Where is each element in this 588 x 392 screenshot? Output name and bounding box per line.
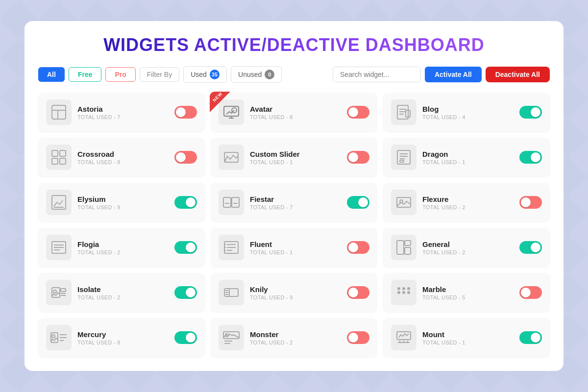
widget-info: Mercury TOTAL USED - 8 bbox=[77, 330, 169, 345]
widget-toggle[interactable] bbox=[519, 331, 542, 344]
svg-point-55 bbox=[403, 292, 405, 294]
widget-toggle[interactable] bbox=[347, 106, 369, 119]
pro-button[interactable]: Pro bbox=[105, 67, 135, 82]
widget-icon bbox=[391, 325, 416, 350]
widget-icon bbox=[46, 280, 72, 305]
widget-name: Isolate bbox=[77, 285, 169, 294]
widget-toggle[interactable] bbox=[347, 196, 369, 209]
widget-used-count: TOTAL USED - 8 bbox=[77, 340, 169, 345]
svg-point-61 bbox=[52, 335, 55, 338]
widget-toggle[interactable] bbox=[347, 286, 369, 299]
widget-used-count: TOTAL USED - 7 bbox=[77, 114, 169, 120]
toggle-slider bbox=[174, 331, 197, 344]
widget-icon bbox=[219, 280, 244, 305]
search-input[interactable] bbox=[333, 67, 421, 82]
widget-toggle[interactable] bbox=[347, 151, 369, 164]
widget-used-count: TOTAL USED - 8 bbox=[77, 159, 169, 165]
widget-info: Knily TOTAL USED - 9 bbox=[250, 285, 341, 300]
svg-rect-14 bbox=[52, 158, 58, 164]
svg-rect-12 bbox=[52, 150, 58, 156]
widget-toggle[interactable] bbox=[174, 286, 197, 299]
widget-info: Dragon TOTAL USED - 1 bbox=[422, 150, 514, 165]
activate-all-button[interactable]: Activate All bbox=[425, 67, 482, 82]
unused-filter-button[interactable]: Unused 0 bbox=[231, 66, 282, 83]
widget-card: Custom Slider TOTAL USED - 1 bbox=[211, 138, 377, 177]
widget-toggle[interactable] bbox=[174, 241, 197, 254]
widget-name: Dragon bbox=[422, 150, 514, 158]
widget-toggle[interactable] bbox=[519, 151, 542, 164]
free-button[interactable]: Free bbox=[69, 67, 102, 82]
widget-card: Flexure TOTAL USED - 2 bbox=[383, 183, 550, 222]
widget-icon bbox=[46, 145, 72, 170]
used-count-badge: 35 bbox=[210, 70, 220, 79]
svg-point-59 bbox=[408, 288, 410, 290]
widget-used-count: TOTAL USED - 8 bbox=[250, 114, 341, 120]
svg-rect-0 bbox=[52, 105, 66, 119]
svg-rect-21 bbox=[400, 160, 404, 162]
deactivate-all-button[interactable]: Deactivate All bbox=[486, 67, 550, 82]
svg-rect-24 bbox=[223, 197, 231, 207]
widget-name: Crossroad bbox=[77, 150, 169, 158]
svg-point-45 bbox=[53, 290, 56, 293]
widget-toggle[interactable] bbox=[519, 241, 542, 254]
widget-card: Mount TOTAL USED - 1 bbox=[383, 318, 550, 357]
widget-info: Flexure TOTAL USED - 2 bbox=[422, 195, 514, 210]
widget-toggle[interactable] bbox=[174, 196, 197, 209]
widget-name: Knily bbox=[250, 285, 341, 294]
toggle-slider bbox=[519, 286, 542, 299]
widget-card: Flogia TOTAL USED - 2 bbox=[38, 228, 205, 267]
widget-card: General TOTAL USED - 2 bbox=[383, 228, 550, 267]
widget-toggle[interactable] bbox=[519, 286, 542, 299]
toggle-slider bbox=[174, 196, 197, 209]
widget-toggle[interactable] bbox=[174, 331, 197, 344]
filter-button[interactable]: Filter By bbox=[140, 67, 179, 82]
widget-name: Flexure bbox=[422, 195, 514, 203]
widget-toggle[interactable] bbox=[347, 331, 369, 344]
svg-point-56 bbox=[408, 292, 410, 294]
all-button[interactable]: All bbox=[38, 67, 65, 82]
widget-used-count: TOTAL USED - 9 bbox=[77, 204, 169, 210]
widget-card: Monster TOTAL USED - 2 bbox=[211, 318, 377, 357]
widget-name: Fiestar bbox=[250, 195, 341, 203]
widget-used-count: TOTAL USED - 7 bbox=[250, 204, 341, 210]
widget-name: Astoria bbox=[77, 105, 169, 113]
widget-icon bbox=[391, 280, 416, 305]
widget-card: Dragon TOTAL USED - 1 bbox=[383, 138, 550, 177]
toggle-slider bbox=[519, 151, 542, 164]
widget-card: Elysium TOTAL USED - 9 bbox=[38, 183, 205, 222]
svg-point-54 bbox=[398, 292, 400, 294]
svg-rect-46 bbox=[61, 289, 66, 292]
toggle-slider bbox=[519, 196, 542, 209]
toggle-slider bbox=[347, 331, 369, 344]
widget-info: Isolate TOTAL USED - 2 bbox=[77, 285, 169, 300]
used-label: Used bbox=[191, 71, 207, 78]
widget-toggle[interactable] bbox=[174, 151, 197, 164]
widget-card: Astoria TOTAL USED - 7 bbox=[38, 93, 205, 132]
widget-toggle[interactable] bbox=[519, 106, 542, 119]
widget-toggle[interactable] bbox=[174, 106, 197, 119]
widget-name: Blog bbox=[422, 105, 514, 113]
widget-toggle[interactable] bbox=[519, 196, 542, 209]
page-title: WIDGETS ACTIVE/DEACTIVE DASHBOARD bbox=[38, 35, 550, 55]
widget-info: Crossroad TOTAL USED - 8 bbox=[77, 150, 169, 165]
widget-card: Mercury TOTAL USED - 8 bbox=[38, 318, 205, 357]
widget-name: General bbox=[422, 240, 514, 248]
widget-info: Monster TOTAL USED - 2 bbox=[250, 330, 341, 345]
toggle-slider bbox=[347, 106, 369, 119]
toggle-slider bbox=[174, 286, 197, 299]
svg-rect-13 bbox=[60, 150, 66, 156]
used-filter-button[interactable]: Used 35 bbox=[183, 66, 227, 83]
widget-icon bbox=[219, 235, 244, 260]
widget-used-count: TOTAL USED - 2 bbox=[250, 340, 341, 345]
widget-name: Avatar bbox=[250, 105, 341, 113]
widget-icon bbox=[391, 190, 416, 215]
widget-toggle[interactable] bbox=[347, 241, 369, 254]
svg-rect-41 bbox=[397, 241, 404, 254]
widget-icon bbox=[391, 99, 416, 125]
widget-card: Isolate TOTAL USED - 2 bbox=[38, 273, 205, 312]
widget-card: Fiestar TOTAL USED - 7 bbox=[211, 183, 377, 222]
widget-used-count: TOTAL USED - 2 bbox=[77, 294, 169, 300]
widget-used-count: TOTAL USED - 2 bbox=[422, 204, 514, 210]
svg-rect-15 bbox=[60, 158, 66, 164]
widget-info: Astoria TOTAL USED - 7 bbox=[77, 105, 169, 120]
